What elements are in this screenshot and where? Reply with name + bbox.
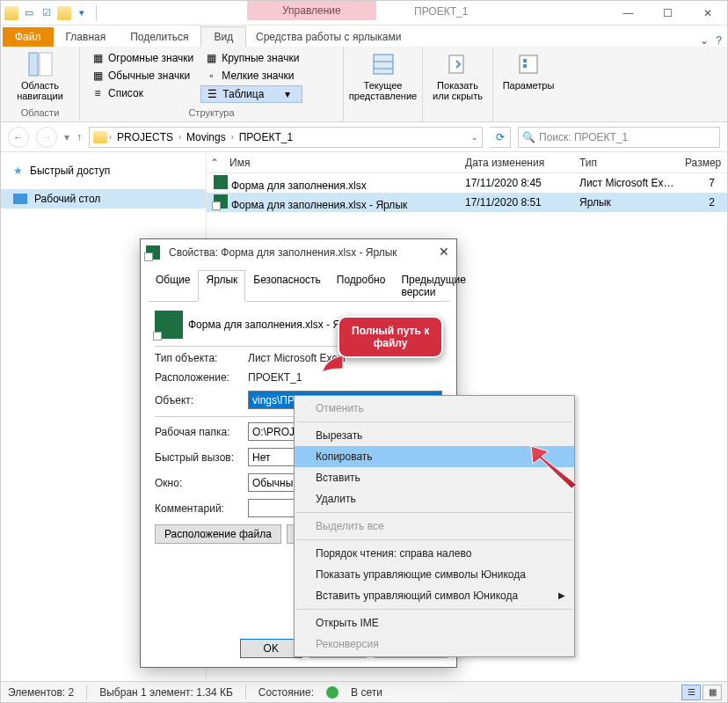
refresh-button[interactable]: ⟳ [490,127,511,148]
column-headers: ⌃ Имя Дата изменения Тип Размер [207,152,727,173]
tab-shortcut[interactable]: Ярлык [198,270,245,302]
selection-info: Выбран 1 элемент: 1.34 КБ [99,686,233,699]
statusbar: Элементов: 2 Выбран 1 элемент: 1.34 КБ С… [1,681,727,702]
breadcrumb-item[interactable]: ПРОЕКТ_1 [236,131,296,143]
toggle-icon[interactable]: ⌃ [207,157,222,169]
help-icon[interactable]: ? [716,34,722,47]
history-dropdown[interactable]: ▾ [64,131,69,143]
desktop-icon [13,194,27,204]
layout-table[interactable]: ☰Таблица▾ [200,85,302,103]
online-label: В сети [351,686,382,699]
current-view-button[interactable]: Текущее представление [349,48,417,103]
quick-access[interactable]: ★ Быстрый доступ [1,161,206,180]
col-type[interactable]: Тип [572,157,678,169]
ribbon: Область навигации Области ▦Огромные знач… [1,47,727,122]
up-button[interactable]: ↑ [76,131,82,143]
chevron-down-icon[interactable]: ⌄ [471,133,478,142]
target-label: Объект: [155,394,243,406]
dialog-title: Свойства: Форма для заполнения.xlsx - Яр… [169,246,397,259]
item-count: Элементов: 2 [8,686,74,699]
window-title: ПРОЕКТ_1 [414,5,468,18]
quick-access-toolbar: ▭ ☑ ▾ [1,5,104,21]
workdir-label: Рабочая папка: [155,426,243,438]
folder-icon [93,131,107,143]
current-view-icon [369,50,397,78]
show-hide-button[interactable]: Показать или скрыть [428,48,487,103]
ribbon-collapse-icon[interactable]: ⌄ [700,34,709,47]
ctx-reconversion[interactable]: Реконверсия [295,633,574,655]
ctx-rtl[interactable]: Порядок чтения: справа налево [295,543,574,564]
tab-previous[interactable]: Предыдущие версии [393,270,474,302]
close-icon[interactable]: ✕ [439,245,449,259]
context-menu: Отменить Вырезать Копировать Вставить Уд… [294,395,575,657]
svg-rect-6 [520,55,537,73]
col-name[interactable]: Имя [222,157,458,169]
qat-item[interactable]: ☑ [40,6,54,20]
tab-home[interactable]: Главная [54,27,119,47]
breadcrumb-item[interactable]: Movings [183,131,229,143]
type-label: Тип объекта: [155,352,243,364]
search-icon: 🔍 [522,131,535,143]
desktop[interactable]: Рабочий стол [1,189,206,209]
titlebar: ▭ ☑ ▾ Управление ПРОЕКТ_1 — ☐ ✕ [1,1,727,26]
show-hide-icon [444,50,472,78]
ctx-open-ime[interactable]: Открыть IME [295,612,574,633]
layout-large[interactable]: ▦Крупные значки [200,50,302,66]
file-icon [155,311,183,339]
address-bar: ← → ▾ ↑ › PROJECTS› Movings› ПРОЕКТ_1 ⌄ … [1,122,727,152]
col-date[interactable]: Дата изменения [458,157,572,169]
layout-normal[interactable]: ▦Обычные значки [87,68,197,84]
open-location-button[interactable]: Расположение файла [155,524,281,544]
file-tab[interactable]: Файл [3,27,54,47]
tab-general[interactable]: Общие [148,270,198,302]
list-item[interactable]: Форма для заполнения.xlsx - Ярлык 17/11/… [207,193,727,212]
forward-button[interactable]: → [36,127,57,148]
ctx-show-ctrl[interactable]: Показать управляющие символы Юникода [295,564,574,585]
group-label: Структура [85,106,338,120]
back-button[interactable]: ← [8,127,29,148]
svg-rect-5 [449,55,463,73]
options-button[interactable]: Параметры [499,48,558,92]
callout-text: файлу [352,337,429,349]
ribbon-tabs: Файл Главная Поделиться Вид Средства раб… [1,26,727,47]
tab-details[interactable]: Подробно [329,270,394,302]
location-label: Расположение: [155,371,243,384]
ctx-select-all[interactable]: Выделить все [295,516,574,537]
breadcrumb[interactable]: › PROJECTS› Movings› ПРОЕКТ_1 ⌄ [89,127,483,148]
tab-shortcut-tools[interactable]: Средства работы с ярлыками [247,27,410,47]
tab-share[interactable]: Поделиться [118,27,200,47]
qat-dropdown[interactable]: ▾ [75,6,89,20]
tab-security[interactable]: Безопасность [245,270,329,302]
folder-icon [57,6,71,20]
ctx-insert-ctrl[interactable]: Вставить управляющий символ Юникода▶ [295,585,574,606]
search-input[interactable]: 🔍 Поиск: ПРОЕКТ_1 [518,127,720,148]
list-item[interactable]: Форма для заполнения.xlsx 17/11/2020 8:4… [207,173,727,193]
minimize-button[interactable]: — [608,1,648,26]
arrow-annotation [524,441,586,494]
layout-small[interactable]: ▫Мелкие значки [200,68,302,84]
layout-list[interactable]: ≡Список [87,85,197,101]
col-size[interactable]: Размер [678,157,726,169]
options-icon [514,50,542,78]
breadcrumb-item[interactable]: PROJECTS [113,131,177,143]
callout: Полный путь к файлу [338,316,443,358]
comment-label: Комментарий: [155,502,243,515]
nav-pane-button[interactable]: Область навигации [6,48,74,103]
folder-icon [4,6,18,20]
contextual-tab: Управление [247,1,376,20]
nav-pane-label: Область навигации [17,80,63,101]
excel-shortcut-icon [214,194,228,209]
details-view-button[interactable]: ☰ [681,685,701,700]
svg-rect-1 [40,53,52,76]
ctx-undo[interactable]: Отменить [295,398,574,419]
hotkey-label: Быстрый вызов: [155,451,243,464]
maximize-button[interactable]: ☐ [648,1,688,26]
dialog-titlebar[interactable]: Свойства: Форма для заполнения.xlsx - Яр… [141,239,456,266]
close-button[interactable]: ✕ [688,1,727,26]
state-label: Состояние: [258,686,314,699]
svg-rect-8 [523,64,527,68]
tab-view[interactable]: Вид [200,26,246,47]
layout-huge[interactable]: ▦Огромные значки [87,50,197,66]
qat-item[interactable]: ▭ [22,6,36,20]
thumbnails-view-button[interactable]: ▦ [703,685,722,700]
